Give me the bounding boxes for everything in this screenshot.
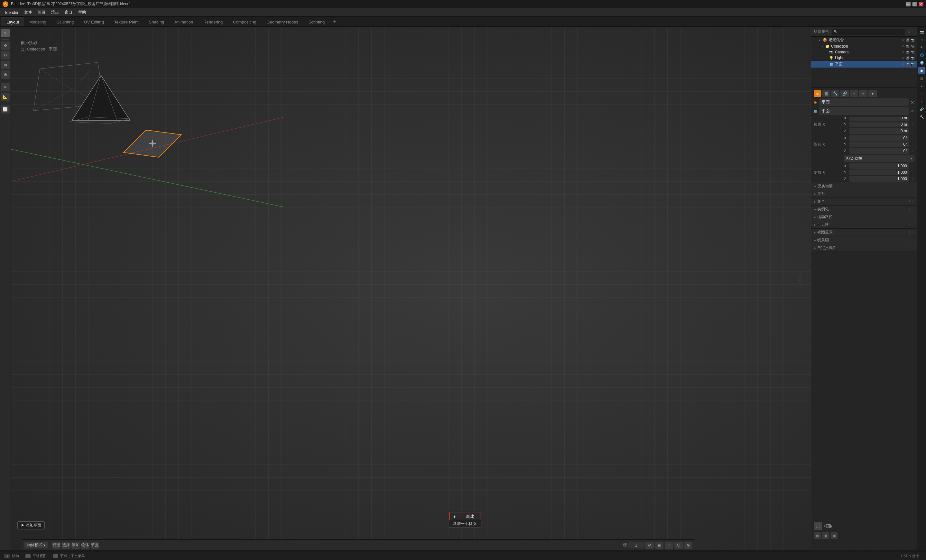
outliner-dots-btn[interactable]: ⋮ <box>911 30 914 33</box>
outliner-item-camera[interactable]: 📷 Camera 👁 🎬 📷 <box>811 49 917 55</box>
menu-edit[interactable]: 编辑 <box>35 9 48 16</box>
plane-render-btn[interactable]: 📷 <box>911 62 914 66</box>
visibility-collapse[interactable]: ▶ 可见性 ⋮⋮ <box>811 221 917 229</box>
tool-mini-2[interactable]: ▣ <box>822 532 829 539</box>
motion-paths-collapse[interactable]: ▶ 运动路径 ⋮⋮ <box>811 213 917 221</box>
scale-z-field[interactable]: 1.000 <box>849 176 909 182</box>
menu-help[interactable]: 帮助 <box>76 9 88 16</box>
col-eye-btn[interactable]: 👁 <box>902 45 905 48</box>
measure-tool-button[interactable]: 📐 <box>1 93 10 101</box>
tab-texture-paint[interactable]: Texture Paint <box>109 17 144 26</box>
tab-sculpting[interactable]: Sculpting <box>51 17 79 26</box>
relations-dots[interactable]: ⋮⋮ <box>908 192 914 196</box>
tab-animation[interactable]: Animation <box>169 17 198 26</box>
light-eye-btn[interactable]: 👁 <box>902 56 905 60</box>
rot-y-copy[interactable]: ⋮ <box>910 143 914 146</box>
bottom-playback-icon[interactable]: ⊙ <box>645 542 654 549</box>
line-art-collapse[interactable]: ▶ 线条画 ⋮⋮ <box>811 236 917 244</box>
sidebar-toggle-btn[interactable]: ‹ <box>798 274 802 287</box>
props-tab-physics[interactable]: ⚛ <box>918 98 925 105</box>
props-tab-output[interactable]: 🖨 <box>918 36 925 43</box>
visibility-dots[interactable]: ⋮⋮ <box>908 223 914 226</box>
bottom-view-btn[interactable]: 视图 <box>52 542 61 549</box>
relations-collapse[interactable]: ▶ 关系 ⋮⋮ <box>811 190 917 198</box>
collections-dots[interactable]: ⋮⋮ <box>908 200 914 203</box>
props-tab-material[interactable]: ● <box>918 82 925 89</box>
rot-z-field[interactable]: 0° <box>849 148 909 154</box>
scene-col-cam-btn[interactable]: 🎬 <box>906 38 909 42</box>
props-tab-modifiers[interactable]: 🔧 <box>918 113 925 120</box>
object-mode-bottom-btn[interactable]: 物体模式 ▾ <box>24 542 48 548</box>
tab-scripting[interactable]: Scripting <box>303 17 330 26</box>
menu-file[interactable]: 文件 <box>21 9 35 16</box>
viewport-display-dots[interactable]: ⋮⋮ <box>908 231 914 234</box>
outliner-search-box[interactable]: 🔍 <box>832 29 905 35</box>
instancing-dots[interactable]: ⋮⋮ <box>908 207 914 211</box>
outliner-item-collection[interactable]: ▾ 📁 Collection 👁 🎬 📷 <box>811 44 917 49</box>
add-workspace-tab[interactable]: + <box>330 17 339 26</box>
maximize-button[interactable]: □ <box>912 2 917 6</box>
rot-x-copy[interactable]: ⋮ <box>910 136 914 140</box>
collection-expand[interactable]: ▾ <box>820 44 824 48</box>
plane-cam-btn[interactable]: 🎬 <box>906 62 909 66</box>
bottom-object-btn[interactable]: 物体 <box>81 542 89 549</box>
tab-uv-editing[interactable]: UV Editing <box>79 17 109 26</box>
data-name-field[interactable]: 平面 <box>819 107 909 115</box>
bottom-render-icon[interactable]: ◉ <box>655 542 663 549</box>
rot-z-copy[interactable]: ⋮ <box>910 149 914 152</box>
menu-window[interactable]: 窗口 <box>62 9 75 16</box>
delta-dots[interactable]: ⋮⋮ <box>908 184 914 188</box>
bottom-add-btn[interactable]: 添加 <box>71 542 80 549</box>
scale-z-copy[interactable]: ⋮ <box>910 177 914 180</box>
bottom-last-icon[interactable]: ⊕ <box>684 542 692 549</box>
props-tab-constraints[interactable]: 🔗 <box>918 106 925 113</box>
move-tool-button[interactable]: ✛ <box>1 41 10 50</box>
tool-mini-1[interactable]: ▦ <box>814 532 821 539</box>
blender-logo[interactable]: B <box>3 1 8 7</box>
pos-z-field[interactable]: 0 m <box>849 128 909 134</box>
pos-y-field[interactable]: 0 m <box>849 122 909 127</box>
light-render-btn[interactable]: 📷 <box>911 56 914 60</box>
props-tab-particles[interactable]: ⁘ <box>918 90 925 97</box>
light-expand[interactable] <box>824 56 828 60</box>
tab-shading[interactable]: Shading <box>144 17 169 26</box>
camera-expand[interactable] <box>824 50 828 54</box>
cam-render-btn[interactable]: 📷 <box>911 50 914 54</box>
bottom-select-btn[interactable]: 选择 <box>62 542 70 549</box>
outliner-item-scene-collection[interactable]: ▾ 📦 场景集合 👁 🎬 📷 <box>811 37 917 44</box>
line-art-dots[interactable]: ⋮⋮ <box>908 238 914 242</box>
scale-x-field[interactable]: 1.000 <box>849 163 909 169</box>
transform-tool-button[interactable]: ⊕ <box>1 71 10 79</box>
col-render-btn[interactable]: 📷 <box>911 45 914 48</box>
rot-x-field[interactable]: 0° <box>849 135 909 141</box>
scale-y-copy[interactable]: ⋮ <box>910 171 914 174</box>
props-tab-mesh[interactable]: ▦ <box>918 75 925 82</box>
viewport-display-collapse[interactable]: ▶ 视图显示 ⋮⋮ <box>811 229 917 236</box>
custom-props-collapse[interactable]: ▶ 自定义属性 ⋮⋮ <box>811 244 917 252</box>
minimize-button[interactable]: ─ <box>906 2 911 6</box>
props-tab-scene[interactable]: 🌐 <box>918 51 925 59</box>
instancing-collapse[interactable]: ▶ 实例化 ⋮⋮ <box>811 205 917 213</box>
rotate-tool-button[interactable]: ↺ <box>1 51 10 59</box>
annotate-tool-button[interactable]: ✏ <box>1 83 10 91</box>
bottom-overlay-icon[interactable]: ○ <box>665 542 673 549</box>
props-obj-icon-4[interactable]: 🔗 <box>840 90 849 97</box>
plane-expand[interactable] <box>824 62 828 66</box>
props-tab-object[interactable]: ◉ <box>918 67 925 74</box>
new-material-plus-btn[interactable]: + <box>450 513 459 521</box>
props-obj-icon-6[interactable]: ⚛ <box>859 90 867 97</box>
props-tab-render[interactable]: 📷 <box>918 28 925 35</box>
tab-compositing[interactable]: Compositing <box>228 17 261 26</box>
tab-geometry-nodes[interactable]: Geometry Nodes <box>261 17 303 26</box>
scene-col-render-btn[interactable]: 📷 <box>911 38 914 42</box>
select-tool-button[interactable]: ↖ <box>1 29 10 37</box>
tab-rendering[interactable]: Rendering <box>198 17 228 26</box>
light-cam-btn[interactable]: 🎬 <box>906 56 909 60</box>
viewport[interactable]: 物体模式 ▾ 视图 选择 添加 物体 全局 ▾ 🧲 <box>11 27 926 550</box>
tab-modeling[interactable]: Modeling <box>24 17 51 26</box>
scene-collection-expand[interactable]: ▾ <box>817 38 822 42</box>
data-name-clear-btn[interactable]: ✕ <box>911 109 914 113</box>
outliner-filter-btn[interactable]: ⊟ <box>908 30 910 33</box>
motion-paths-dots[interactable]: ⋮⋮ <box>908 215 914 219</box>
props-obj-icon-5[interactable]: ⁘ <box>850 90 858 97</box>
